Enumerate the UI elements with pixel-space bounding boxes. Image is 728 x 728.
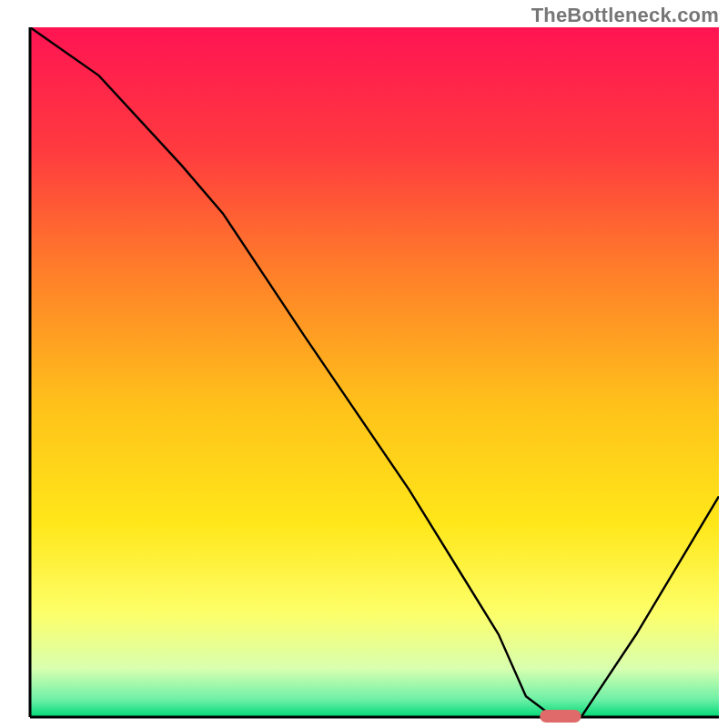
bottleneck-chart (0, 0, 728, 728)
chart-container: TheBottleneck.com (0, 0, 728, 728)
optimal-marker (540, 710, 581, 723)
gradient-background (30, 27, 719, 717)
watermark-label: TheBottleneck.com (531, 4, 719, 27)
